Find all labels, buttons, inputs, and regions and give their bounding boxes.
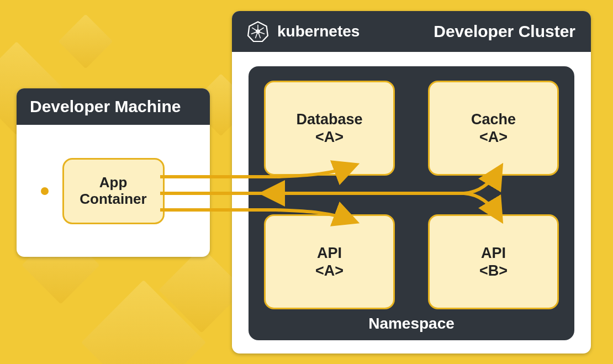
service-label: Cache <A> [471, 110, 516, 146]
service-box-api-b: API <B> [428, 214, 559, 309]
cluster-header: kubernetes Developer Cluster [232, 11, 591, 52]
app-container-box: App Container [62, 158, 165, 224]
namespace-label: Namespace [264, 309, 559, 334]
kubernetes-label: kubernetes [277, 23, 360, 40]
developer-machine-title: Developer Machine [30, 97, 181, 116]
developer-cluster-panel: kubernetes Developer Cluster Database <A… [232, 11, 591, 354]
service-label: API <B> [479, 244, 508, 280]
service-box-cache: Cache <A> [428, 81, 559, 176]
service-box-database: Database <A> [264, 81, 395, 176]
connection-dot [41, 187, 49, 195]
service-box-api-a: API <A> [264, 214, 395, 309]
developer-machine-panel: Developer Machine App Container [17, 88, 210, 257]
namespace-container: Database <A> Cache <A> API <A> API <B> N… [249, 66, 574, 340]
service-label: Database <A> [296, 110, 362, 146]
cluster-title: Developer Cluster [434, 22, 575, 41]
developer-machine-header: Developer Machine [17, 88, 210, 125]
app-container-label: App Container [80, 175, 146, 208]
service-label: API <A> [315, 244, 344, 280]
kubernetes-icon [247, 21, 268, 42]
